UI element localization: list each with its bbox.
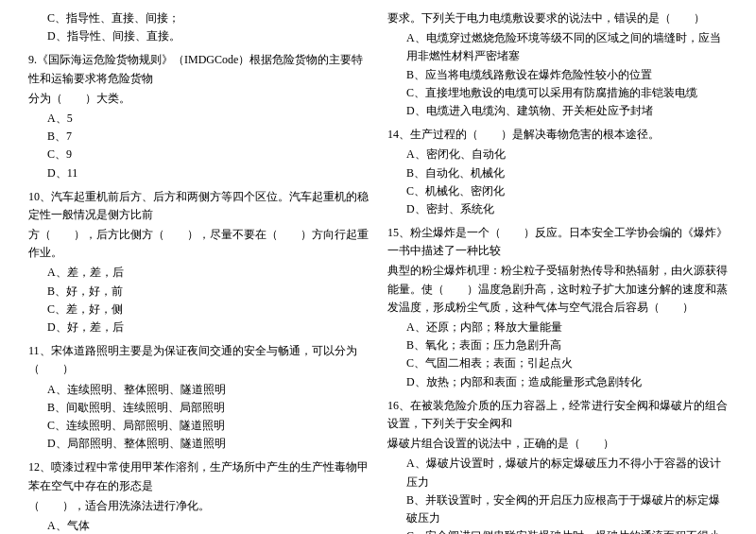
left-column: C、指导性、直接、间接； D、指导性、间接、直接。 9.《国际海运危险货物规则》… <box>28 9 369 534</box>
question-13-cont: 要求。下列关于电力电缆敷设要求的说法中，错误的是（ ） A、电缆穿过燃烧危险环境… <box>387 9 728 120</box>
question-9: 9.《国际海运危险货物规则》（IMDGCode）根据危险货物的主要特性和运输要求… <box>28 51 369 181</box>
question-10: 10、汽车起重机前后方、后方和两侧方等四个区位。汽车起重机的稳定性一般情况是侧方… <box>28 188 369 337</box>
question-11: 11、宋体道路照明主要是为保证夜间交通的安全与畅通，可以分为（ ） A、连续照明… <box>28 342 369 453</box>
question-10-option-a: A、差，差，后 <box>28 264 369 282</box>
question-14-option-c: C、机械化、密闭化 <box>387 182 728 200</box>
question-15-option-a: A、还原；内部；释放大量能量 <box>387 319 728 336</box>
question-15-option-c: C、气固二相表；表面；引起点火 <box>387 354 728 372</box>
question-15-option-d: D、放热；内部和表面；造成能量形式急剧转化 <box>387 373 728 391</box>
question-16-subtitle: 爆破片组合设置的说法中，正确的是（ ） <box>387 435 728 453</box>
question-15-option-b: B、氧化；表面；压力急剧升高 <box>387 336 728 354</box>
question-9-option-c: C、9 <box>28 146 369 164</box>
question-13-option-a: A、电缆穿过燃烧危险环境等级不同的区域之间的墙缝时，应当用非燃性材料严密堵塞 <box>387 29 728 65</box>
option-d-text: D、指导性、间接、直接。 <box>28 27 369 45</box>
question-10-option-c: C、差，好，侧 <box>28 301 369 319</box>
question-16: 16、在被装危险介质的压力容器上，经常进行安全阀和爆破片的组合设置，下列关于安全… <box>387 397 728 534</box>
question-14-option-b: B、自动化、机械化 <box>387 164 728 182</box>
page-content: C、指导性、直接、间接； D、指导性、间接、直接。 9.《国际海运危险货物规则》… <box>28 9 728 534</box>
question-10-option-d: D、好，差，后 <box>28 319 369 336</box>
question-14: 14、生产过程的（ ）是解决毒物危害的根本途径。 A、密闭化、自动化 B、自动化… <box>387 126 728 218</box>
question-15-subtitle: 典型的粉尘爆炸机理：粉尘粒子受辐射热传导和热辐射，由火源获得能量。使（ ）温度急… <box>387 262 728 317</box>
question-10-subtitle: 方（ ），后方比侧方（ ），尽量不要在（ ）方向行起重作业。 <box>28 226 369 262</box>
question-9-title: 9.《国际海运危险货物规则》（IMDGCode）根据危险货物的主要特性和运输要求… <box>28 51 369 87</box>
question-16-option-a: A、爆破片设置时，爆破片的标定爆破压力不得小于容器的设计压力 <box>387 455 728 491</box>
question-15-title: 15、粉尘爆炸是一个（ ）反应。日本安全工学协会编的《爆炸》一书中描述了一种比较 <box>387 224 728 260</box>
question-12-subtitle: （ ），适合用洗涤法进行净化。 <box>28 497 369 515</box>
question-9-option-a: A、5 <box>28 110 369 128</box>
question-16-option-b: B、并联设置时，安全阀的开启压力应根高于于爆破片的标定爆破压力 <box>387 491 728 527</box>
question-14-option-d: D、密封、系统化 <box>387 200 728 218</box>
question-14-option-a: A、密闭化、自动化 <box>387 146 728 164</box>
right-column: 要求。下列关于电力电缆敷设要求的说法中，错误的是（ ） A、电缆穿过燃烧危险环境… <box>387 9 728 534</box>
question-16-option-c: C、安全阀进口侧串联安装爆破片时，爆破片的通流面积不得小于安全阀的进口面积 <box>387 527 728 534</box>
question-16-title: 16、在被装危险介质的压力容器上，经常进行安全阀和爆破片的组合设置，下列关于安全… <box>387 397 728 433</box>
question-9-option-b: B、7 <box>28 128 369 146</box>
question-14-title: 14、生产过程的（ ）是解决毒物危害的根本途径。 <box>387 126 728 144</box>
question-12-title: 12、喷漆过程中常使用甲苯作溶剂，生产场所中产生的生产性毒物甲苯在空气中存在的形… <box>28 458 369 494</box>
question-12: 12、喷漆过程中常使用甲苯作溶剂，生产场所中产生的生产性毒物甲苯在空气中存在的形… <box>28 458 369 534</box>
option-c-text: C、指导性、直接、间接； <box>28 9 369 27</box>
question-10-title: 10、汽车起重机前后方、后方和两侧方等四个区位。汽车起重机的稳定性一般情况是侧方… <box>28 188 369 224</box>
question-10-option-b: B、好，好，前 <box>28 283 369 301</box>
question-11-option-b: B、间歇照明、连续照明、局部照明 <box>28 399 369 417</box>
question-13-cont-title: 要求。下列关于电力电缆敷设要求的说法中，错误的是（ ） <box>387 9 728 27</box>
question-11-title: 11、宋体道路照明主要是为保证夜间交通的安全与畅通，可以分为（ ） <box>28 342 369 378</box>
question-11-option-c: C、连续照明、局部照明、隧道照明 <box>28 417 369 435</box>
question-11-option-d: D、局部照明、整体照明、隧道照明 <box>28 435 369 453</box>
question-9-option-d: D、11 <box>28 164 369 182</box>
question-13-option-b: B、应当将电缆线路敷设在爆炸危险性较小的位置 <box>387 66 728 84</box>
question-13-option-d: D、电缆进入电缆沟、建筑物、开关柜处应予封堵 <box>387 102 728 120</box>
question-9-subtitle: 分为（ ）大类。 <box>28 90 369 108</box>
question-c-options: C、指导性、直接、间接； D、指导性、间接、直接。 <box>28 9 369 45</box>
question-12-option-a: A、气体 <box>28 517 369 534</box>
question-11-option-a: A、连续照明、整体照明、隧道照明 <box>28 381 369 399</box>
question-13-option-c: C、直接埋地敷设的电缆可以采用有防腐措施的非铠装电缆 <box>387 84 728 102</box>
question-15: 15、粉尘爆炸是一个（ ）反应。日本安全工学协会编的《爆炸》一书中描述了一种比较… <box>387 224 728 391</box>
